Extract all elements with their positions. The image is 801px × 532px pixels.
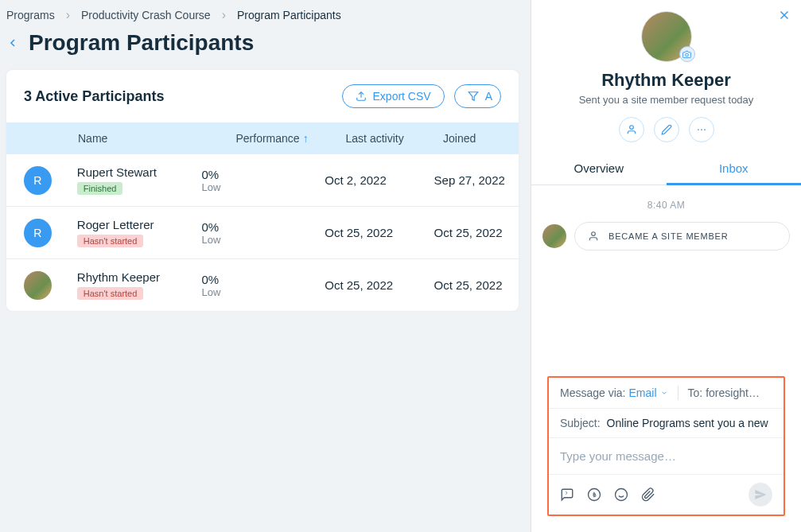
svg-point-8 xyxy=(704,129,706,130)
side-panel: Rhythm Keeper Sent you a site member req… xyxy=(531,0,801,532)
payment-icon[interactable] xyxy=(587,487,601,502)
filter-icon xyxy=(468,91,479,102)
back-button[interactable] xyxy=(6,37,19,49)
emoji-icon[interactable] xyxy=(614,487,628,502)
status-badge: Finished xyxy=(77,182,123,195)
table-row[interactable]: R Rupert Stewart Finished 0% Low Oct 2, … xyxy=(6,154,519,207)
avatar: R xyxy=(24,219,52,247)
joined-date: Oct 25, 2022 xyxy=(434,278,519,292)
status-badge: Hasn't started xyxy=(77,235,144,247)
table-row[interactable]: R Roger Letterer Hasn't started 0% Low O… xyxy=(6,207,519,259)
breadcrumb-item-current: Program Participants xyxy=(237,9,341,21)
performance-value: 0% xyxy=(202,220,325,234)
participant-name: Roger Letterer xyxy=(77,218,202,231)
sort-ascending-icon: ↑ xyxy=(303,132,309,145)
edit-button[interactable] xyxy=(654,117,679,142)
subject-label: Subject: xyxy=(560,417,601,429)
avatar: R xyxy=(24,166,52,195)
svg-point-11 xyxy=(616,489,628,501)
panel-name: Rhythm Keeper xyxy=(531,70,801,91)
column-joined[interactable]: Joined xyxy=(443,132,519,145)
time-label: 8:40 AM xyxy=(542,200,790,211)
to-value: foresight… xyxy=(706,386,772,399)
filter-label: A xyxy=(485,90,492,103)
send-button[interactable] xyxy=(749,483,772,507)
person-icon xyxy=(588,231,599,242)
performance-label: Low xyxy=(202,234,325,246)
svg-point-9 xyxy=(592,232,596,236)
panel-tabs: Overview Inbox xyxy=(531,153,801,185)
message-composer: Message via: Email To: foresight… Subjec… xyxy=(547,376,785,516)
last-activity: Oct 25, 2022 xyxy=(325,278,434,292)
filter-button[interactable]: A xyxy=(454,84,501,108)
activity-chip: BECAME A SITE MEMBER xyxy=(574,222,790,250)
panel-subtitle: Sent you a site member request today xyxy=(531,94,801,106)
performance-label: Low xyxy=(202,286,325,298)
participant-name: Rhythm Keeper xyxy=(77,270,202,284)
profile-button[interactable] xyxy=(619,117,644,142)
tab-overview[interactable]: Overview xyxy=(531,153,667,184)
message-input[interactable]: Type your message… xyxy=(549,438,784,475)
performance-value: 0% xyxy=(202,168,325,181)
saved-reply-icon[interactable] xyxy=(560,487,574,502)
close-button[interactable] xyxy=(777,8,791,22)
last-activity: Oct 2, 2022 xyxy=(325,173,434,187)
column-performance[interactable]: Performance ↑ xyxy=(235,132,345,145)
export-csv-button[interactable]: Export CSV xyxy=(342,84,445,108)
message-via-label: Message via: xyxy=(560,386,625,399)
participant-name: Rupert Stewart xyxy=(77,165,202,179)
performance-label: Low xyxy=(202,181,325,193)
performance-value: 0% xyxy=(202,273,325,286)
camera-icon[interactable] xyxy=(679,46,695,62)
table-row[interactable]: Rhythm Keeper Hasn't started 0% Low Oct … xyxy=(6,259,519,311)
subject-value[interactable]: Online Programs sent you a new xyxy=(607,417,772,429)
avatar xyxy=(24,271,52,300)
upload-icon xyxy=(356,91,367,102)
breadcrumb-item[interactable]: Programs xyxy=(6,9,55,21)
svg-marker-1 xyxy=(469,92,478,101)
chevron-down-icon xyxy=(660,389,668,397)
to-label: To: xyxy=(688,386,703,399)
joined-date: Oct 25, 2022 xyxy=(434,226,519,239)
svg-point-5 xyxy=(629,126,633,130)
attachment-icon[interactable] xyxy=(641,487,655,502)
table-header: Name Performance ↑ Last activity Joined xyxy=(6,122,519,154)
status-badge: Hasn't started xyxy=(77,287,144,300)
activity-avatar xyxy=(542,224,566,248)
profile-avatar xyxy=(641,11,692,62)
breadcrumb-item[interactable]: Productivity Crash Course xyxy=(81,9,211,21)
export-label: Export CSV xyxy=(373,90,431,103)
activity-text: BECAME A SITE MEMBER xyxy=(609,231,728,241)
chevron-right-icon: › xyxy=(222,8,226,22)
participants-card: 3 Active Participants Export CSV A Name … xyxy=(6,70,519,311)
divider xyxy=(678,386,679,400)
joined-date: Sep 27, 2022 xyxy=(434,173,519,187)
page-title: Program Participants xyxy=(29,30,254,56)
tab-inbox[interactable]: Inbox xyxy=(667,153,802,185)
message-via-select[interactable]: Email xyxy=(628,386,667,399)
svg-point-6 xyxy=(698,129,699,130)
column-name[interactable]: Name xyxy=(24,132,235,145)
card-title: 3 Active Participants xyxy=(24,88,164,105)
more-button[interactable] xyxy=(689,117,714,142)
column-last-activity[interactable]: Last activity xyxy=(346,132,444,145)
last-activity: Oct 25, 2022 xyxy=(325,226,434,239)
chevron-right-icon: › xyxy=(66,8,70,22)
svg-point-4 xyxy=(686,53,689,56)
svg-point-7 xyxy=(701,129,702,130)
